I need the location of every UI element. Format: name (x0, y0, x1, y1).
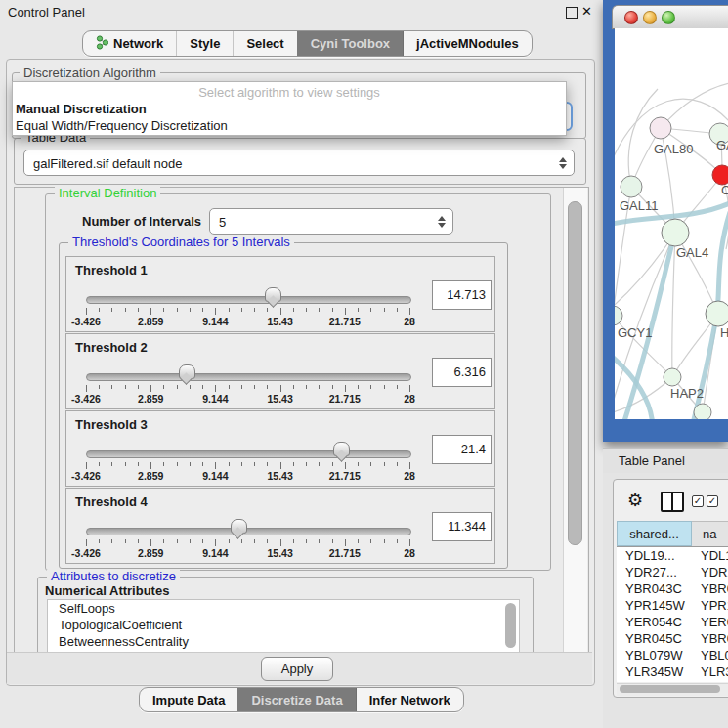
attributes-group-title: Attributes to discretize (47, 570, 180, 583)
tick-label: 2.859 (138, 316, 163, 327)
list-item[interactable]: BetweennessCentrality (48, 633, 519, 650)
slider-thumb[interactable] (179, 364, 195, 379)
list-item[interactable]: SelfLoops (48, 600, 519, 617)
table-data-combobox[interactable]: galFiltered.sif default node (23, 150, 575, 176)
checkbox-icon[interactable]: ✓ (707, 495, 718, 507)
slider-track[interactable] (86, 450, 411, 458)
column-header-name[interactable]: na (692, 521, 728, 546)
threshold-value-field[interactable]: 21.4 (432, 435, 492, 464)
network-node[interactable] (706, 301, 728, 326)
popup-option-manual[interactable]: Manual Discretization (13, 101, 566, 117)
network-icon (96, 35, 108, 53)
network-node[interactable] (664, 368, 681, 386)
tick-mark (267, 462, 268, 466)
tick-mark (332, 539, 333, 543)
tab-label: jActiveMNodules (416, 36, 519, 51)
tick-label: 21.715 (329, 316, 361, 327)
cell-name: YBR0 (692, 580, 728, 597)
tick-label: -3.426 (71, 470, 101, 482)
network-node[interactable] (712, 165, 728, 185)
table-row[interactable]: YBR043CYBR0 (617, 580, 728, 597)
tab-label: Network (113, 36, 163, 51)
table-row[interactable]: YBR045CYBR0 (617, 630, 728, 647)
column-header-shared-name[interactable]: shared... (617, 521, 692, 546)
threshold-value-field[interactable]: 11.344 (432, 512, 492, 541)
tick-label: 15.43 (267, 393, 292, 405)
tab-label: Discretize Data (251, 693, 342, 707)
cell-name: YLR3 (692, 664, 728, 680)
table-row[interactable]: YPR145WYPR1 (617, 597, 728, 614)
tab-style[interactable]: Style (176, 31, 233, 56)
gear-icon[interactable]: ⚙ (627, 490, 643, 511)
slider-track[interactable] (86, 373, 411, 381)
table-row[interactable]: YIL052CYIL0 (617, 680, 728, 682)
tab-infer-network[interactable]: Infer Network (356, 688, 463, 711)
network-node[interactable] (621, 176, 642, 197)
table-row[interactable]: YDL19...YDL1 (617, 547, 728, 564)
network-node[interactable] (615, 306, 622, 325)
tick-mark (138, 539, 139, 543)
tick-mark (358, 385, 359, 389)
table-row[interactable]: YLR345WYLR3 (617, 664, 728, 680)
algorithm-dropdown-popup: Select algorithm to view settings Manual… (12, 81, 567, 136)
threshold-value-field[interactable]: 6.316 (432, 358, 492, 387)
float-icon[interactable] (566, 7, 578, 19)
cell-name: YBR0 (692, 630, 728, 647)
slider-track[interactable] (86, 296, 411, 304)
table-row[interactable]: YER054CYER0 (617, 614, 728, 630)
cell-shared-name: YLR345W (617, 664, 692, 680)
tick-mark (280, 462, 281, 469)
table-row[interactable]: YBL079WYBL0 (617, 647, 728, 664)
slider-track[interactable] (86, 528, 411, 535)
attributes-scrollbar-thumb[interactable] (505, 603, 516, 648)
network-window-titlebar[interactable] (612, 5, 728, 29)
network-node[interactable] (694, 404, 711, 419)
tick-mark (229, 539, 230, 543)
tick-label: 2.859 (138, 547, 163, 559)
apply-button[interactable]: Apply (261, 657, 333, 681)
control-panel-title: Control Panel (8, 5, 85, 20)
tab-select[interactable]: Select (233, 31, 296, 56)
slider-thumb[interactable] (231, 519, 247, 534)
tick-mark (86, 539, 87, 546)
tick-mark (111, 539, 112, 543)
slider-thumb[interactable] (333, 442, 350, 456)
network-node[interactable] (662, 219, 689, 246)
slider-thumb[interactable] (265, 287, 281, 302)
table-row[interactable]: YDR27...YDR2 (617, 564, 728, 580)
tab-jactivemnodules[interactable]: jActiveMNodules (403, 31, 532, 56)
network-node[interactable] (650, 117, 671, 139)
node-attribute-table[interactable]: shared...naYDL19...YDL1YDR27...YDR2YBR04… (617, 521, 728, 682)
tab-discretize-data[interactable]: Discretize Data (237, 688, 355, 711)
popup-option-equal-width[interactable]: Equal Width/Frequency Discretization (13, 117, 566, 134)
tick-mark (254, 539, 255, 543)
tick-label: 9.144 (202, 547, 228, 559)
minimize-traffic-light-icon[interactable] (643, 11, 657, 24)
slider-ticks (86, 462, 409, 470)
tick-mark (267, 539, 268, 543)
tick-mark (86, 462, 87, 469)
network-canvas[interactable]: GAL80GAGAL11CGAL4GCY1HHAP2 (615, 28, 728, 419)
cell-name: YIL0 (692, 680, 728, 682)
tick-mark (150, 539, 151, 546)
tab-network[interactable]: Network (83, 31, 176, 56)
horizontal-scrollbar-thumb[interactable] (620, 685, 720, 693)
close-traffic-light-icon[interactable] (624, 11, 638, 24)
tick-mark (111, 462, 112, 466)
numerical-attributes-list[interactable]: SelfLoopsTopologicalCoefficientBetweenne… (47, 599, 520, 655)
list-item[interactable]: TopologicalCoefficient (48, 617, 519, 633)
columns-icon[interactable] (661, 492, 684, 512)
tick-label: 28 (404, 316, 415, 327)
close-icon[interactable]: ✕ (581, 4, 592, 19)
checkbox-icon[interactable]: ✓ (692, 495, 704, 507)
tab-label: Cyni Toolbox (311, 36, 390, 51)
vertical-scrollbar-thumb[interactable] (568, 201, 582, 545)
tab-cyni-toolbox[interactable]: Cyni Toolbox (297, 31, 403, 56)
tick-mark (267, 308, 268, 312)
number-of-intervals-combobox[interactable]: 5 (209, 208, 453, 235)
threshold-value-field[interactable]: 14.713 (432, 280, 492, 310)
cell-shared-name: YIL052C (617, 680, 692, 682)
tab-impute-data[interactable]: Impute Data (140, 688, 237, 711)
zoom-traffic-light-icon[interactable] (662, 11, 675, 24)
threshold-panel: Threshold 2-3.4262.8599.14415.4321.71528… (65, 333, 495, 409)
